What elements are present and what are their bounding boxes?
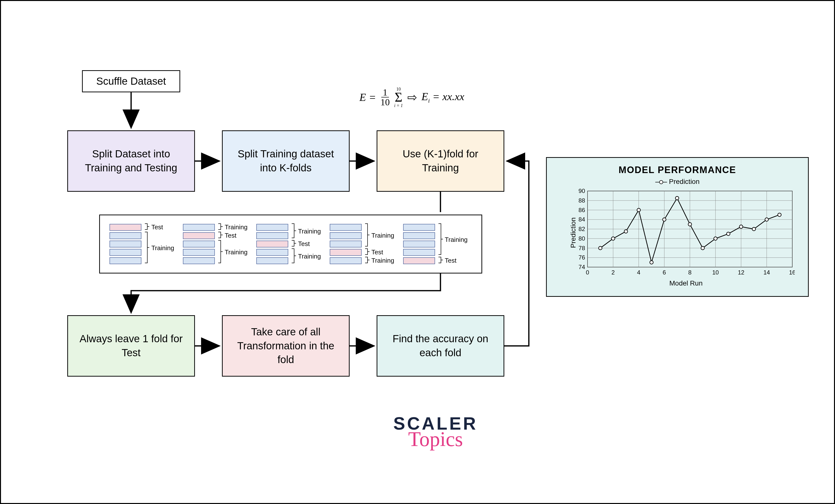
svg-text:88: 88 (578, 197, 585, 204)
fold-group-2: TrainingTestTraining (183, 223, 252, 265)
svg-point-50 (765, 218, 769, 221)
fold-bracket-label-test: Test (151, 223, 163, 231)
chart-y-axis-label: Prediction (569, 218, 577, 248)
fold-group-5: TrainingTest (403, 223, 472, 265)
svg-point-38 (611, 237, 615, 240)
fold-bracket-label-training: Training (298, 253, 321, 260)
box-use-k1-fold: Use (K-1)fold for Training (376, 130, 504, 192)
equation: E = 1 10 10 Σ i = 1 ⇨ Ei = xx.xx (360, 87, 464, 108)
fold-cell-train (330, 241, 362, 247)
fold-cell-train (109, 232, 141, 239)
svg-point-48 (739, 225, 743, 228)
svg-text:74: 74 (578, 264, 585, 270)
box-label: Split Dataset into Training and Testing (78, 147, 184, 175)
fold-stack (330, 224, 362, 264)
equation-lhs: E = (360, 91, 376, 104)
legend-marker-icon (655, 182, 667, 182)
svg-point-49 (752, 227, 756, 231)
chart-title: MODEL PERFORMANCE (556, 165, 798, 175)
fold-bracket-label-training: Training (445, 236, 468, 244)
fold-cell-test (109, 224, 141, 231)
svg-text:78: 78 (578, 245, 585, 251)
equation-sigma: 10 Σ i = 1 (394, 87, 403, 108)
box-label: Split Training dataset into K-folds (232, 147, 339, 175)
fold-cell-train (403, 241, 435, 247)
svg-text:4: 4 (637, 269, 640, 276)
svg-text:8: 8 (688, 269, 691, 276)
svg-text:6: 6 (663, 269, 666, 276)
bracket-icon (218, 223, 223, 265)
fold-group-3: TrainingTestTraining (256, 223, 325, 265)
equation-rhs: Ei = xx.xx (422, 90, 464, 104)
equation-fraction: 1 10 (381, 88, 390, 107)
svg-point-39 (624, 230, 628, 233)
box-transformation: Take care of all Transformation in the f… (222, 315, 350, 377)
fold-bracket-label-training: Training (151, 244, 174, 252)
chart-x-axis-label: Model Run (574, 279, 798, 287)
fold-cell-train (256, 232, 288, 239)
fold-cell-train (256, 249, 288, 256)
fold-cell-train (256, 224, 288, 231)
scaler-topics-logo: SCALER Topics (376, 414, 494, 451)
svg-point-43 (675, 196, 679, 200)
fold-bracket-label-training: Training (225, 223, 247, 231)
fold-cell-train (183, 224, 215, 231)
chart-legend: Prediction (556, 178, 798, 186)
svg-text:90: 90 (578, 188, 585, 194)
svg-point-44 (688, 223, 692, 226)
fold-cell-train (403, 232, 435, 239)
svg-text:0: 0 (586, 269, 589, 276)
fold-labels: TestTraining (144, 223, 178, 265)
fold-stack (256, 224, 288, 264)
svg-point-47 (727, 232, 730, 236)
fold-cell-train (109, 257, 141, 264)
fold-stack (183, 224, 215, 264)
svg-text:76: 76 (578, 254, 585, 261)
svg-point-40 (637, 208, 640, 212)
box-split-kfolds: Split Training dataset into K-folds (222, 130, 350, 192)
fold-bracket-label-test: Test (445, 257, 457, 264)
fold-group-4: TrainingTestTraining (330, 223, 399, 265)
box-label: Take care of all Transformation in the f… (232, 325, 339, 367)
box-scuffle-dataset: Scuffle Dataset (82, 70, 180, 92)
svg-text:86: 86 (578, 207, 585, 213)
svg-point-41 (650, 261, 653, 264)
svg-text:2: 2 (612, 269, 615, 276)
bracket-icon (291, 223, 297, 265)
fold-cell-train (403, 249, 435, 256)
fold-bracket-label-training: Training (298, 227, 321, 235)
svg-point-37 (598, 246, 602, 250)
fold-cell-train (183, 249, 215, 256)
fold-group-1: TestTraining (109, 223, 178, 265)
fold-cell-train (330, 224, 362, 231)
box-label: Use (K-1)fold for Training (387, 147, 494, 175)
svg-point-45 (701, 246, 705, 250)
fold-cell-train (256, 257, 288, 264)
fold-cell-train (330, 257, 362, 264)
box-split-train-test: Split Dataset into Training and Testing (67, 130, 195, 192)
bracket-icon (365, 223, 370, 265)
fold-bracket-label-test: Test (298, 240, 310, 248)
kfold-illustration: TestTrainingTrainingTestTrainingTraining… (99, 215, 482, 274)
fold-bracket-label-training: Training (371, 232, 394, 239)
fold-cell-test (183, 232, 215, 239)
bracket-icon (144, 223, 150, 265)
chart-panel: MODEL PERFORMANCE Prediction Prediction … (546, 157, 809, 297)
fold-stack (109, 224, 141, 264)
fold-bracket-label-training: Training (225, 248, 247, 256)
fold-bracket-label-training: Training (371, 257, 394, 264)
fold-cell-train (109, 241, 141, 247)
fold-labels: TrainingTest (438, 223, 472, 265)
fold-labels: TrainingTestTraining (291, 223, 325, 265)
fold-bracket-label-test: Test (371, 248, 383, 256)
fold-cell-test (330, 249, 362, 256)
fold-cell-train (403, 224, 435, 231)
chart-plot-area: Prediction 74767880828486889002468101214… (574, 188, 795, 277)
box-label: Always leave 1 fold for Test (78, 332, 184, 360)
fold-cell-train (330, 232, 362, 239)
diagram-canvas: E = 1 10 10 Σ i = 1 ⇨ Ei = xx.xx Scuffle… (1, 1, 834, 503)
svg-text:10: 10 (712, 269, 719, 276)
box-label: Scuffle Dataset (96, 74, 166, 88)
svg-text:14: 14 (763, 269, 770, 276)
svg-point-46 (714, 237, 717, 240)
